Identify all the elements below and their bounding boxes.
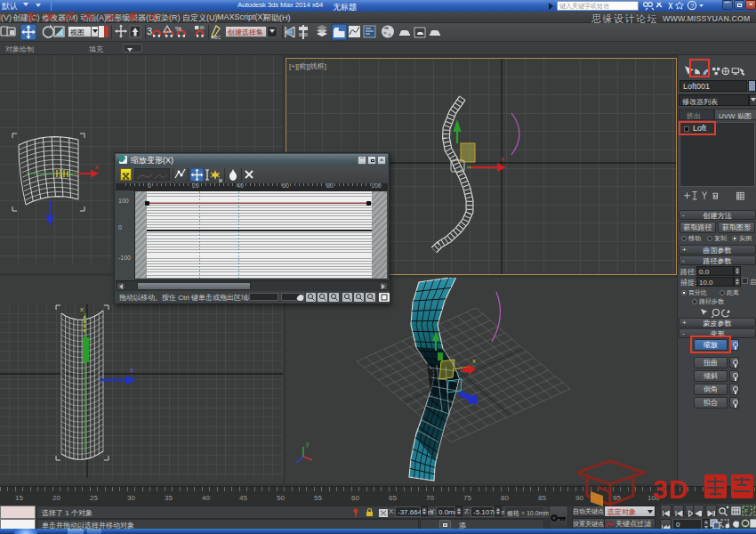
svg-text:x: x <box>501 155 504 163</box>
svg-text:[+][前][线框]: [+][前][线框] <box>289 62 326 70</box>
svg-text:z: z <box>130 366 133 374</box>
svg-text:3: 3 <box>147 26 152 36</box>
svg-text:ABC: ABC <box>212 35 221 40</box>
svg-text:y: y <box>306 441 310 448</box>
svg-text:3D: 3D <box>653 474 688 504</box>
svg-text:x: x <box>80 305 84 313</box>
svg-text:%: % <box>175 25 181 33</box>
svg-text:?: ? <box>690 2 695 10</box>
svg-text:x: x <box>95 163 99 171</box>
svg-text:x: x <box>472 357 476 365</box>
